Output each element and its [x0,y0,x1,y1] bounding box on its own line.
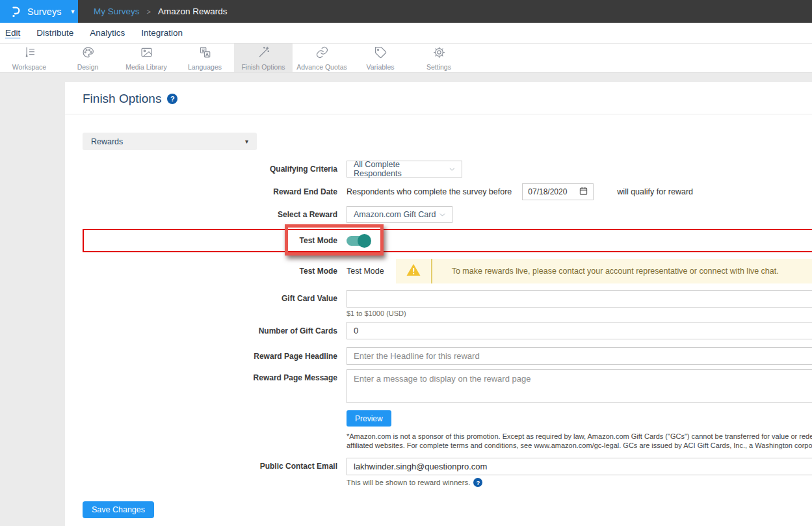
qualifying-criteria-label: Qualifying Criteria [65,164,347,174]
reward-end-date-prefix: Respondents who complete the survey befo… [347,187,512,196]
reward-page-headline-row: Reward Page Headline [65,347,812,365]
test-mode-toggle-label: Test Mode [65,229,347,252]
gift-card-value-row: Gift Card Value $1 to $1000 (USD) [65,290,812,317]
test-mode-toggle[interactable] [347,236,369,246]
reward-page-message-textarea[interactable] [347,369,812,403]
toggle-knob [358,234,371,248]
amazon-disclaimer: *Amazon.com is not a sponsor of this pro… [347,432,812,450]
page-title: Finish Options [83,92,161,106]
page-header: Finish Options ? [65,82,812,114]
breadcrumb: My Surveys > Amazon Rewards [94,0,228,23]
select-reward-label: Select a Reward [65,210,347,219]
toolbar-item-languages[interactable]: Languages [176,44,234,72]
save-changes-button[interactable]: Save Changes [83,501,154,518]
breadcrumb-my-surveys[interactable]: My Surveys [94,7,140,16]
workspace-icon [23,46,36,62]
preview-button[interactable]: Preview [347,410,391,427]
product-label: Surveys [27,7,61,17]
page-help-icon[interactable]: ? [167,94,177,104]
test-mode-warning-banner: To make rewards live, please contact you… [396,259,812,283]
public-contact-email-helper: This will be shown to reward winners. ? [347,478,812,487]
tab-distribute[interactable]: Distribute [36,28,73,38]
public-contact-email-label: Public Contact Email [65,458,347,475]
disclaimer-line-2: affiliated websites. For complete terms … [347,441,812,450]
reward-end-date-row: Reward End Date Respondents who complete… [65,183,812,200]
reward-page-headline-input[interactable] [347,347,812,365]
gift-card-value-helper: $1 to $1000 (USD) [347,309,812,317]
toolbar-item-design[interactable]: Design [59,44,117,72]
media-library-icon [140,46,153,62]
toolbar-item-settings[interactable]: Settings [410,44,468,72]
questionpro-logo-icon [8,5,21,18]
advance-quotas-chain-icon [315,46,329,62]
reward-end-date-input[interactable]: 07/18/2020 [522,183,594,200]
reward-page-message-row: Reward Page Message [65,369,812,406]
calendar-icon[interactable] [579,187,588,197]
breadcrumb-current-survey: Amazon Rewards [158,7,228,16]
main-area: Finish Options ? Rewards ▾ Qualifying Cr… [0,73,812,526]
test-mode-status-value: Test Mode [347,267,384,276]
qualifying-criteria-row: Qualifying Criteria All Complete Respond… [65,161,812,178]
finish-options-wand-icon [257,46,270,62]
test-mode-status-row: Test Mode Test Mode To make rewards live… [65,259,812,283]
warning-message: To make rewards live, please contact you… [432,259,779,283]
design-palette-icon [81,46,95,62]
preview-row: Preview [347,410,812,427]
rewards-form: Qualifying Criteria All Complete Respond… [65,161,812,518]
variables-tag-icon [374,46,387,62]
top-bar: Surveys ▼ My Surveys > Amazon Rewards [0,0,812,23]
toolbar-item-variables[interactable]: Variables [351,44,410,72]
save-row: Save Changes [83,501,812,518]
gift-card-value-label: Gift Card Value [65,290,347,308]
toolbar-item-workspace[interactable]: Workspace [0,44,59,72]
disclaimer-line-1: *Amazon.com is not a sponsor of this pro… [347,432,812,441]
finish-option-category-dropdown[interactable]: Rewards ▾ [83,133,257,150]
reward-end-date-suffix: will qualify for reward [617,187,693,196]
test-mode-status-label: Test Mode [65,267,347,276]
reward-page-message-label: Reward Page Message [65,369,347,387]
qualifying-criteria-select[interactable]: All Complete Respondents [347,161,462,178]
breadcrumb-separator: > [147,8,151,16]
finish-options-panel: Finish Options ? Rewards ▾ Qualifying Cr… [65,82,812,526]
tab-integration[interactable]: Integration [141,28,183,38]
settings-gear-icon [432,46,446,62]
number-of-gift-cards-row: Number of Gift Cards [65,322,812,339]
tab-edit[interactable]: Edit [5,28,20,38]
reward-page-headline-label: Reward Page Headline [65,352,347,361]
reward-end-date-label: Reward End Date [65,187,347,196]
surveys-product-menu[interactable]: Surveys ▼ [0,0,78,23]
gift-card-value-input[interactable] [347,290,812,308]
edit-toolbar: Workspace Design Media Library [0,44,812,73]
category-dropdown-value: Rewards [91,137,123,146]
toolbar-item-advance-quotas[interactable]: Advance Quotas [293,44,351,72]
toolbar-item-finish-options[interactable]: Finish Options [234,44,293,72]
warning-triangle-icon [406,263,421,280]
caret-down-icon: ▾ [245,138,248,145]
email-help-icon[interactable]: ? [473,478,482,487]
number-of-gift-cards-label: Number of Gift Cards [65,326,347,335]
chevron-down-icon: ▼ [70,8,75,15]
test-mode-toggle-row: Test Mode [65,229,812,252]
toolbar-item-media-library[interactable]: Media Library [117,44,176,72]
number-of-gift-cards-input[interactable] [347,322,812,339]
chevron-down-icon [448,165,456,174]
public-contact-email-row: Public Contact Email This will be shown … [65,458,812,487]
public-contact-email-input[interactable] [347,458,812,475]
select-reward-row: Select a Reward Amazon.com Gift Card [65,206,812,223]
main-nav-tabs: Edit Distribute Analytics Integration [0,23,812,44]
tab-analytics[interactable]: Analytics [90,28,125,38]
languages-icon [198,46,212,62]
select-reward-select[interactable]: Amazon.com Gift Card [347,206,452,223]
chevron-down-icon [438,211,447,219]
